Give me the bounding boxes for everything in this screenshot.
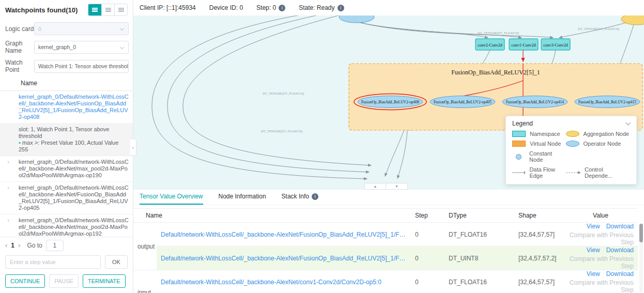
logic-card-select[interactable]: 0 (34, 22, 129, 35)
column-header-step: Step (411, 209, 444, 223)
computation-graph-canvas[interactable]: DT_TENSOR[DT_FLOAT16] DT_TENSOR[DT_FLOAT… (133, 16, 644, 190)
io-group-input: input (133, 270, 157, 293)
watchpoint-hit-list: › kernel_graph_0/Default/network-WithLos… (0, 91, 133, 237)
compare-previous-step-link[interactable]: Compare with Previous Step (568, 255, 634, 270)
list-item[interactable]: › kernel_graph_0/Default/network-WithLos… (0, 214, 133, 237)
info-icon[interactable]: i (338, 5, 344, 11)
client-ip: Client IP: [::1]:45934 (140, 4, 196, 11)
table-row: output Default/network-WithLossCell/_bac… (133, 223, 638, 246)
operator-node-partial[interactable] (339, 16, 374, 23)
pan-down-button[interactable]: ▼ (386, 183, 408, 190)
chevron-right-icon[interactable]: › (5, 159, 11, 179)
shape-cell: [32,4,57,57,2] (514, 246, 563, 270)
chevron-right-icon[interactable]: › (5, 184, 11, 211)
tensor-table: Name Step DType Shape Value output Defau… (133, 208, 638, 293)
tab-node-information[interactable]: Node Information (219, 193, 266, 205)
logic-card-field: Logic card 0 (5, 22, 129, 35)
tensor-name-link[interactable]: Default/network-WithLossCell/_backbone-A… (161, 231, 407, 238)
tensor-name-link[interactable]: Default/network-WithLossCell/_backbone-A… (161, 279, 407, 286)
watch-point-field: Watch Point Watch Point 1: Tensor above … (5, 59, 129, 73)
io-group-output: output (133, 223, 157, 270)
legend-item-constant: Constant Node (512, 150, 564, 163)
compare-previous-step-link[interactable]: Compare with Previous Step (568, 279, 634, 293)
shape-cell: [32,64,57,57] (514, 270, 563, 293)
download-link[interactable]: Download (606, 270, 634, 277)
slot-condition: slot: 1, Watch Point 1, Tensor above thr… (19, 126, 129, 140)
terminate-button[interactable]: TERMINATE (83, 274, 126, 288)
sidebar-header: Watchpoints found(10) (0, 0, 133, 20)
aggregation-node-partial[interactable] (621, 16, 644, 25)
menu-icon (105, 8, 111, 12)
step-value-input[interactable] (5, 255, 101, 269)
main-panel: Client IP: [::1]:45934 Device ID: 0 Step… (133, 0, 644, 293)
sidebar-collapse-handle[interactable]: ‹ (130, 138, 136, 156)
debug-controls: CONTINUE PAUSE TERMINATE (0, 270, 133, 293)
list-item[interactable]: › kernel_graph_0/Default/network-WithLos… (0, 182, 133, 214)
view-link[interactable]: View (587, 270, 600, 277)
legend-item-aggregation: Aggregation Node (566, 131, 630, 137)
list-item[interactable]: › kernel_graph_0/Default/network-WithLos… (0, 91, 133, 124)
namespace-node-label: conv1-Conv2d (511, 43, 536, 48)
rows-icon (118, 8, 124, 12)
tensor-name-link[interactable]: Default/network-WithLossCell/_backbone-A… (161, 255, 407, 262)
step-form: OK (0, 254, 133, 270)
edge-label: DT_TENSOR[DT_FLOAT16] (263, 91, 304, 96)
table-scrollbar[interactable] (639, 223, 643, 292)
operator-node-label: FusionOp_BiasAdd_ReLUV2-op405 (434, 100, 492, 104)
compare-previous-step-link[interactable]: Compare with Previous Step (568, 232, 634, 246)
watchpoints-title: Watchpoints found(10) (5, 6, 78, 14)
graph-name-select[interactable]: kernel_graph_0 (34, 41, 129, 54)
ok-button[interactable]: OK (105, 255, 128, 269)
node-name[interactable]: kernel_graph_0/Default/network-WithLossC… (19, 184, 129, 211)
view-link[interactable]: View (587, 246, 600, 254)
column-header-value: Value (563, 209, 638, 223)
edge-label: DT_TENSOR[DT_FLOAT16] (478, 31, 519, 35)
pause-button[interactable]: PAUSE (49, 274, 78, 288)
graph-legend: Legend Namespace Aggregation Node Virtua… (505, 116, 637, 184)
download-link[interactable]: Download (606, 223, 634, 230)
node-name[interactable]: kernel_graph_0/Default/network-WithLossC… (19, 217, 129, 237)
pagination: ‹ 1 › Go to (0, 237, 133, 254)
tree-view-button[interactable] (101, 4, 114, 16)
data-flow-arrow-icon (512, 170, 525, 175)
legend-grid: Namespace Aggregation Node Virtual Node … (506, 130, 636, 184)
list-view-button[interactable] (88, 4, 101, 16)
next-page-button[interactable]: › (18, 242, 20, 249)
fusion-namespace-label: FusionOp_BiasAdd_ReLUV2[5]_1 (451, 69, 540, 76)
info-icon[interactable]: i (279, 5, 285, 11)
goto-page-input[interactable] (46, 240, 64, 251)
page-number[interactable]: 1 (11, 242, 14, 249)
grid-view-button[interactable] (114, 4, 127, 16)
chevron-down-icon (120, 44, 124, 49)
watch-point-select[interactable]: Watch Point 1: Tensor above threshold (34, 60, 129, 73)
node-name[interactable]: kernel_graph_0/Default/network-WithLossC… (19, 159, 129, 179)
control-dependency-arrow-icon (566, 170, 581, 175)
value-cell: ViewDownload Compare with Previous Step (563, 270, 638, 293)
debugger-app: Watchpoints found(10) Logic card 0 Graph… (0, 0, 644, 293)
namespace-node-label: conv2-Conv2d (478, 43, 502, 48)
tab-tensor-value-overview[interactable]: Tensor Value Overview (140, 193, 203, 205)
value-cell: ViewDownload Compare with Previous Step (563, 223, 638, 246)
scrollbar-thumb[interactable] (639, 224, 643, 242)
graph-pan-controls: ▲ ▼ (364, 183, 408, 190)
chevron-down-icon[interactable]: › (0, 105, 23, 112)
prev-page-button[interactable]: ‹ (5, 242, 7, 249)
continue-button[interactable]: CONTINUE (5, 274, 45, 288)
node-name-link[interactable]: kernel_graph_0/Default/network-WithLossC… (19, 94, 129, 120)
graph-name-label: Graph Name (5, 40, 34, 54)
chevron-down-icon (120, 26, 124, 30)
tab-stack-info[interactable]: Stack Infoi (282, 193, 318, 205)
info-icon[interactable]: i (312, 193, 318, 200)
pan-up-button[interactable]: ▲ (364, 183, 386, 190)
chevron-down-icon[interactable] (626, 120, 631, 126)
legend-item-virtual: Virtual Node (512, 141, 564, 147)
legend-item-namespace: Namespace (512, 131, 564, 137)
view-link[interactable]: View (587, 223, 600, 230)
download-link[interactable]: Download (606, 246, 634, 254)
slot-values-text: max >: Preset Value 100, Actual Value 25… (19, 140, 118, 152)
namespace-node-label: conv3-Conv2d (543, 43, 568, 48)
list-item[interactable]: › kernel_graph_0/Default/network-WithLos… (0, 156, 133, 182)
chevron-right-icon[interactable]: › (5, 217, 11, 237)
value-cell: ViewDownload Compare with Previous Step (563, 246, 638, 270)
state-indicator: State: Readyi (299, 4, 344, 11)
